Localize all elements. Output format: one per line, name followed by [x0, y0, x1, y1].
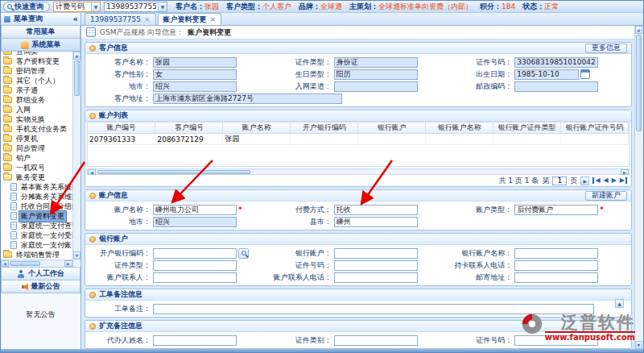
tree-item[interactable]: 托收合同号分组维护 — [1, 201, 72, 211]
tree-item[interactable]: 其它（个人） — [1, 76, 72, 85]
field-input[interactable] — [153, 81, 237, 92]
calendar-icon[interactable] — [580, 69, 590, 79]
scroll-top-mini-button[interactable]: ▲ — [615, 299, 624, 308]
tab[interactable]: 账户资料变更 × — [158, 13, 222, 25]
query-number-combo[interactable]: ▼ — [104, 2, 167, 12]
query-type-combo[interactable]: ▼ — [53, 2, 101, 12]
table-horizontal-scrollbar[interactable]: ◀ ▶ — [87, 168, 630, 175]
scroll-down-icon[interactable]: ▼ — [635, 341, 642, 349]
table-header-cell[interactable]: 银行账户证件号码 — [561, 123, 629, 134]
scrollbar-thumb[interactable] — [10, 261, 40, 266]
first-page-icon[interactable]: ◀ — [592, 177, 600, 184]
field-input[interactable] — [514, 272, 598, 283]
collapse-sidebar-icon[interactable]: « — [73, 16, 78, 23]
field-input[interactable] — [153, 248, 237, 259]
field-input[interactable] — [334, 248, 418, 259]
scroll-up-icon[interactable]: ▲ — [73, 52, 80, 60]
field-input[interactable] — [153, 205, 237, 215]
table-header-cell[interactable]: 客户编号 — [155, 123, 223, 134]
next-page-icon[interactable]: ▶ — [612, 177, 617, 184]
personal-workbench-button[interactable]: 个人工作台 — [1, 268, 80, 280]
tree-item[interactable]: 家庭统一支付查询 — [1, 221, 72, 230]
tab[interactable]: 13989537755 × — [85, 13, 156, 25]
field-input[interactable] — [334, 205, 418, 215]
tree-item[interactable]: 实物兑换 — [1, 114, 72, 124]
chevron-down-icon[interactable]: ▼ — [91, 2, 100, 11]
field-input[interactable] — [153, 304, 594, 314]
tree-item[interactable]: 家庭统一支付受理 — [1, 230, 72, 240]
field-input[interactable] — [514, 81, 598, 92]
field-input[interactable] — [153, 272, 237, 283]
latest-news-button[interactable]: 最新公告 — [1, 280, 80, 293]
field-input[interactable] — [153, 260, 237, 271]
scroll-left-icon[interactable]: ◀ — [88, 169, 96, 175]
tree-item[interactable]: 手机支付业务类 — [1, 124, 72, 134]
tree-horizontal-scrollbar[interactable]: ◀ ▶ — [1, 260, 72, 267]
field-input[interactable] — [153, 57, 237, 68]
scrollbar-thumb[interactable] — [97, 170, 250, 174]
field-input[interactable] — [334, 57, 418, 68]
scroll-right-icon[interactable]: ▶ — [621, 169, 629, 175]
more-info-button[interactable]: 更多信息 — [585, 44, 627, 53]
tree-item[interactable]: 停复机 — [1, 134, 72, 143]
tree-item[interactable]: 销户 — [1, 153, 72, 163]
field-input[interactable] — [334, 69, 418, 80]
field-input[interactable] — [514, 205, 598, 215]
field-input[interactable] — [334, 217, 418, 227]
tree-item[interactable]: 亲子通 — [1, 85, 72, 95]
field-input[interactable] — [514, 248, 598, 259]
tree-item[interactable]: 一机双号 — [1, 163, 72, 172]
search-icon[interactable] — [238, 248, 249, 259]
common-menu-button[interactable]: 常用菜单 — [1, 26, 80, 39]
tree-item[interactable]: 群组业务 — [1, 95, 72, 105]
scroll-right-icon[interactable]: ▶ — [64, 260, 72, 267]
tree-item[interactable]: 账务变更 — [1, 172, 72, 182]
table-header-cell[interactable]: 银行账户证件类型 — [493, 123, 561, 134]
table-row[interactable]: 20793613332086372129张园 — [88, 134, 629, 145]
tab-close-icon[interactable]: × — [144, 15, 151, 23]
tree-item[interactable]: 账户资料变更 — [1, 211, 72, 221]
table-header-cell[interactable]: 账户名称 — [223, 123, 291, 134]
tree-item[interactable]: 基本账务关系维护 — [1, 182, 72, 192]
tree-item[interactable]: 终端销售管理 — [1, 250, 72, 260]
table-header-cell[interactable]: 银行账户名称 — [426, 123, 493, 134]
field-input[interactable] — [153, 69, 237, 80]
field-input[interactable] — [153, 217, 237, 227]
scroll-down-icon[interactable]: ▼ — [73, 251, 80, 260]
last-page-icon[interactable]: ▶ — [620, 177, 627, 184]
field-input[interactable] — [334, 81, 418, 92]
table-header-cell[interactable]: 账户编号 — [88, 123, 155, 134]
tree-item[interactable]: 客户资料变更 — [1, 56, 72, 66]
tree-item[interactable]: 分摊账务关系维护 — [1, 192, 72, 201]
page-go-button[interactable]: ▶ — [580, 176, 589, 185]
table-header-cell[interactable]: 银行账户 — [358, 123, 426, 134]
field-input[interactable] — [153, 335, 237, 346]
query-type-input[interactable] — [54, 2, 91, 11]
main-vertical-scrollbar[interactable]: ▲ ▼ — [634, 26, 643, 349]
tree-item[interactable]: 同步管理 — [1, 143, 72, 153]
scrollbar-thumb[interactable] — [74, 60, 80, 96]
tab-close-icon[interactable]: × — [210, 15, 217, 23]
new-account-button[interactable]: 新建账户 — [585, 191, 627, 201]
field-input[interactable] — [514, 69, 579, 80]
scroll-left-icon[interactable]: ◀ — [1, 260, 9, 267]
field-input[interactable] — [514, 260, 598, 271]
quick-query-button[interactable]: 快速查询 — [3, 2, 50, 12]
tree-vertical-scrollbar[interactable]: ▲ ▼ — [72, 52, 80, 267]
scroll-up-icon[interactable]: ▲ — [635, 26, 642, 34]
system-menu-button[interactable]: 系统菜单 — [1, 39, 80, 52]
page-number-input[interactable] — [552, 176, 567, 185]
tree-item[interactable]: 入网 — [1, 105, 72, 114]
field-input[interactable] — [514, 57, 598, 68]
prev-page-icon[interactable]: ◀ — [604, 177, 609, 184]
tree-item[interactable]: 密码管理 — [1, 66, 72, 76]
scrollbar-thumb[interactable] — [636, 35, 642, 131]
field-input[interactable] — [153, 93, 342, 104]
field-input[interactable] — [334, 260, 418, 271]
field-input[interactable] — [334, 272, 418, 283]
query-number-input[interactable] — [105, 2, 158, 11]
table-header-cell[interactable]: 开户银行编码 — [291, 123, 358, 134]
field-input[interactable] — [334, 335, 418, 346]
tree-item[interactable]: 家庭统一支付账务变更 — [1, 240, 72, 250]
chevron-down-icon[interactable]: ▼ — [158, 2, 167, 11]
